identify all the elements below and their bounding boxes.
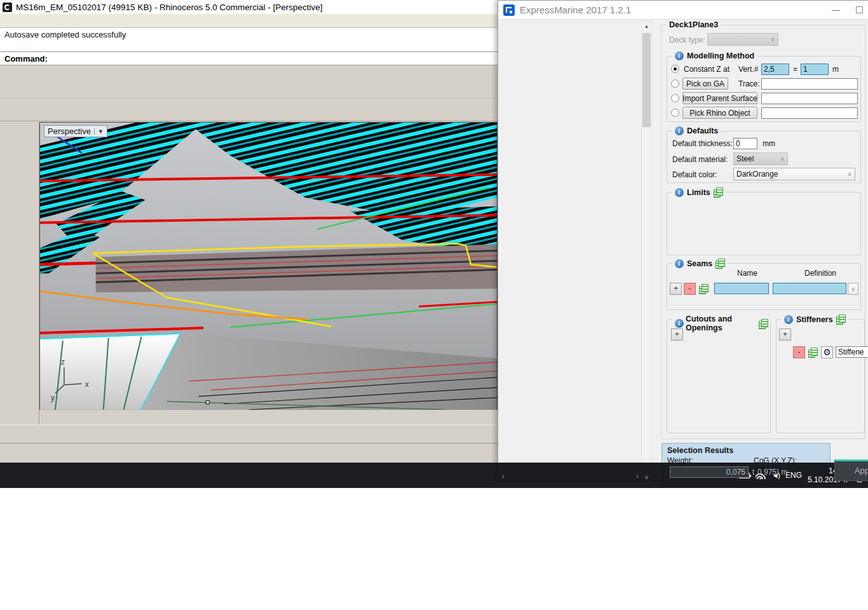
gear-icon[interactable]: ⚙ <box>821 346 833 358</box>
seams-definition-header: Definition <box>804 269 836 278</box>
radio-pick-ga[interactable] <box>671 79 679 88</box>
thickness-unit: mm <box>763 139 775 148</box>
minimize-button[interactable]: — <box>832 6 840 14</box>
info-icon: i <box>675 319 684 328</box>
scroll-up-icon[interactable]: ▲ <box>642 22 651 32</box>
cutouts-legend: Cutouts and Openings <box>686 315 757 332</box>
axis-y-label: y <box>51 393 55 402</box>
thickness-input[interactable]: 0 <box>733 138 757 149</box>
expressmarine-logo-icon <box>503 4 515 16</box>
rhino-window: MS16m_EM_05102017 (49915 KB) - Rhinocero… <box>0 0 502 463</box>
constant-z-label: Constant Z at <box>684 65 729 74</box>
scroll-thumb[interactable] <box>642 33 651 127</box>
deck-header: Deck1Plane3 <box>669 20 718 29</box>
seams-group: iSeams Name Definition + - ∨ <box>667 263 861 310</box>
menu-bar <box>0 14 502 28</box>
cog-value: 0,975) m <box>757 468 787 477</box>
seams-legend: Seams <box>687 259 712 268</box>
axis-z-label: z <box>61 358 65 367</box>
tool-sidebar <box>0 122 39 424</box>
weight-unit: t <box>752 468 754 477</box>
stiffener-remove-button[interactable]: - <box>793 346 805 358</box>
import-parent-input[interactable] <box>761 93 858 104</box>
expressmarine-window: ExpressMarine 2017 1.2.1 — ▲ ∨ ‹ › Deck1… <box>498 0 868 481</box>
info-icon: i <box>784 315 793 324</box>
material-dropdown[interactable]: Steel ∨ <box>733 152 788 165</box>
seam-definition-input[interactable] <box>773 283 846 294</box>
properties-pane: Deck1Plane3 Deck type: ∨ iModelling Meth… <box>658 20 868 482</box>
pick-rhino-object-button[interactable]: Pick Rhino Object <box>682 107 757 119</box>
selection-results-title: Selection Results <box>667 446 825 455</box>
apply-button[interactable]: Apply <box>834 459 868 481</box>
import-parent-surface-button[interactable]: Import Parent Surface <box>682 92 757 104</box>
seams-add-button[interactable]: + <box>670 283 682 295</box>
copy-icon[interactable] <box>715 259 724 268</box>
trace-label: Trace: <box>738 79 760 88</box>
color-value: DarkOrange <box>734 170 844 179</box>
material-value: Steel <box>734 154 777 163</box>
radio-import-parent[interactable] <box>671 94 679 102</box>
scroll-down-icon[interactable]: ∨ <box>642 474 651 480</box>
chevron-down-icon: ∨ <box>768 36 778 43</box>
seam-definition-dropdown[interactable]: ∨ <box>848 283 858 295</box>
command-line[interactable]: Command: <box>0 52 502 65</box>
viewport-title-dropdown[interactable]: Perspective ▼ <box>44 125 107 137</box>
color-label: Default color: <box>672 170 717 179</box>
chevron-down-icon: ∨ <box>777 156 787 162</box>
trace-input[interactable] <box>761 78 858 90</box>
stiffeners-add-button[interactable]: + <box>779 329 791 341</box>
vert-value-input[interactable]: 1 <box>801 64 829 75</box>
material-label: Default material: <box>672 155 728 164</box>
viewport-tabs <box>39 410 498 424</box>
history-line: Autosave completed successfully <box>4 30 126 39</box>
limits-group: iLimits <box>667 192 861 255</box>
defaults-legend: Defaults <box>687 126 718 135</box>
limits-legend: Limits <box>687 188 710 197</box>
deck-type-label: Deck type: <box>669 36 705 44</box>
vert-number-input[interactable]: 2,5 <box>761 64 789 75</box>
osnap-bar <box>0 424 502 443</box>
stiffener-name-input[interactable]: Stiffene <box>836 346 868 358</box>
viewport-3d-scene: z x y <box>40 123 497 410</box>
deck-type-dropdown: ∨ <box>707 33 778 46</box>
defaults-group: iDefaults Default thickness: 0 mm Defaul… <box>667 131 861 183</box>
stiffeners-legend: Stiffeners <box>796 315 833 324</box>
rhino-app-icon <box>3 3 12 12</box>
copy-icon[interactable] <box>759 319 768 329</box>
stiffeners-group: iStiffeners + - ⚙ Stiffene <box>776 319 865 433</box>
color-dropdown[interactable]: DarkOrange ∨ <box>733 168 855 180</box>
window-title: MS16m_EM_05102017 (49915 KB) - Rhinocero… <box>16 3 322 12</box>
tree-vertical-scrollbar[interactable]: ▲ ∨ <box>641 21 652 482</box>
axis-x-label: x <box>85 380 89 389</box>
seams-remove-button[interactable]: - <box>684 283 696 295</box>
info-icon: i <box>675 51 684 60</box>
perspective-viewport[interactable]: z x y Perspective ▼ <box>39 122 498 410</box>
modelling-method-legend: Modelling Method <box>687 51 754 60</box>
chevron-down-icon[interactable]: ▼ <box>94 128 104 135</box>
language-indicator[interactable]: ENG <box>785 471 802 480</box>
cutouts-add-button[interactable]: + <box>671 329 683 341</box>
chevron-down-icon: ∨ <box>848 286 858 292</box>
copy-icon[interactable] <box>808 348 817 357</box>
pick-on-ga-button[interactable]: Pick on GA <box>682 78 728 90</box>
radio-pick-rhino[interactable] <box>671 109 679 117</box>
pick-rhino-input[interactable] <box>761 107 858 119</box>
command-history: Autosave completed successfully <box>0 28 502 52</box>
status-bar <box>0 443 502 463</box>
scroll-right-icon[interactable]: › <box>636 472 639 480</box>
copy-icon[interactable] <box>699 284 708 294</box>
info-icon: i <box>675 259 684 268</box>
chevron-down-icon: ∨ <box>844 171 855 177</box>
maximize-button[interactable] <box>856 6 863 13</box>
toolbar-standard <box>0 76 502 98</box>
copy-icon[interactable] <box>714 187 722 197</box>
scroll-left-icon[interactable]: ‹ <box>502 472 505 480</box>
radio-constant-z[interactable] <box>671 65 679 73</box>
tree-horizontal-scrollbar[interactable]: ‹ › <box>500 471 641 480</box>
info-icon: i <box>675 188 684 197</box>
copy-icon[interactable] <box>836 315 845 324</box>
seam-name-input[interactable] <box>714 283 769 294</box>
unit-label: m <box>832 65 839 74</box>
rhino-titlebar: MS16m_EM_05102017 (49915 KB) - Rhinocero… <box>0 0 502 14</box>
thickness-label: Default thickness: <box>672 139 733 148</box>
